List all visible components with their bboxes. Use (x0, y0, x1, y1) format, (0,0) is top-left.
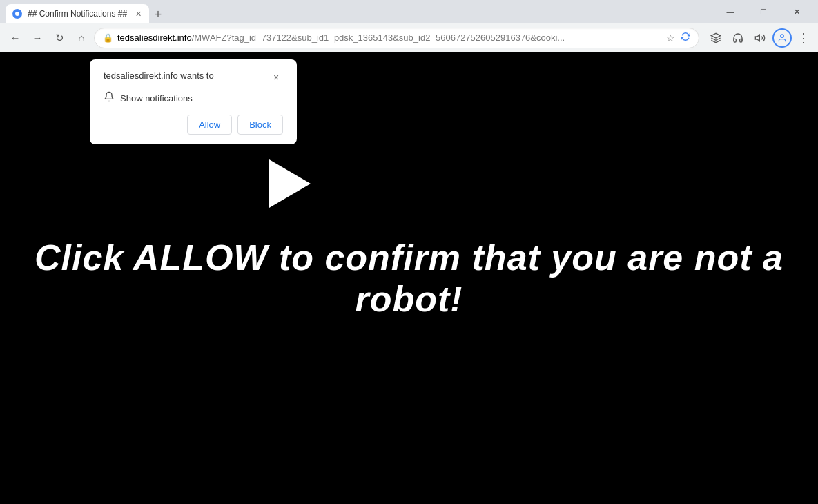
permission-text: Show notifications (120, 93, 193, 104)
audio-button[interactable] (750, 28, 770, 48)
home-button[interactable]: ⌂ (72, 28, 91, 48)
profile-button[interactable] (772, 28, 792, 48)
new-tab-button[interactable]: + (149, 6, 167, 23)
address-text: tedsaliesdirekt.info/MWAFZ?tag_id=737122… (117, 32, 661, 43)
refresh-button[interactable]: ↻ (50, 28, 69, 48)
popup-site-text: tedsaliesdirekt.info wants to (104, 70, 214, 81)
tab-area: ## Confirm Notifications ## ✕ + (6, 0, 712, 23)
page-refresh-icon[interactable] (681, 32, 690, 43)
bell-icon (104, 91, 115, 105)
close-button[interactable]: ✕ (781, 0, 812, 23)
tab-title: ## Confirm Notifications ## (28, 9, 127, 19)
tab-close-button[interactable]: ✕ (133, 8, 144, 19)
address-bar[interactable]: 🔒 tedsaliesdirekt.info/MWAFZ?tag_id=7371… (94, 28, 699, 48)
headphones-button[interactable] (728, 28, 748, 48)
right-nav-icons: ⋮ (706, 28, 812, 48)
page-main-text: Click ALLOW to confirm that you are not … (0, 237, 818, 320)
tab-favicon (12, 9, 22, 19)
popup-permission-row: Show notifications (104, 91, 283, 105)
notification-popup: tedsaliesdirekt.info wants to × Show not… (90, 59, 297, 144)
address-domain: tedsaliesdirekt.info (117, 32, 192, 43)
title-bar: ## Confirm Notifications ## ✕ + — ☐ ✕ (0, 0, 818, 23)
forward-button[interactable]: → (28, 28, 47, 48)
navigation-bar: ← → ↻ ⌂ 🔒 tedsaliesdirekt.info/MWAFZ?tag… (0, 23, 818, 52)
svg-marker-0 (755, 35, 759, 41)
allow-button[interactable]: Allow (187, 115, 232, 135)
browser-content: Click ALLOW to confirm that you are not … (0, 52, 818, 504)
maximize-button[interactable]: ☐ (748, 0, 779, 23)
extensions-button[interactable] (706, 28, 726, 48)
bookmark-icon[interactable]: ☆ (665, 31, 676, 45)
lock-icon: 🔒 (103, 33, 113, 43)
block-button[interactable]: Block (237, 115, 283, 135)
active-tab[interactable]: ## Confirm Notifications ## ✕ (6, 4, 149, 23)
popup-close-button[interactable]: × (269, 70, 283, 84)
back-button[interactable]: ← (6, 28, 25, 48)
address-path: /MWAFZ?tag_id=737122&sub_id1=pdsk_136514… (192, 32, 565, 43)
window-controls: — ☐ ✕ (714, 0, 812, 23)
popup-header: tedsaliesdirekt.info wants to × (104, 70, 283, 84)
popup-buttons: Allow Block (104, 115, 283, 135)
svg-point-1 (781, 34, 784, 37)
browser-menu-button[interactable]: ⋮ (795, 30, 812, 46)
popup-arrow (269, 159, 311, 208)
minimize-button[interactable]: — (714, 0, 746, 23)
